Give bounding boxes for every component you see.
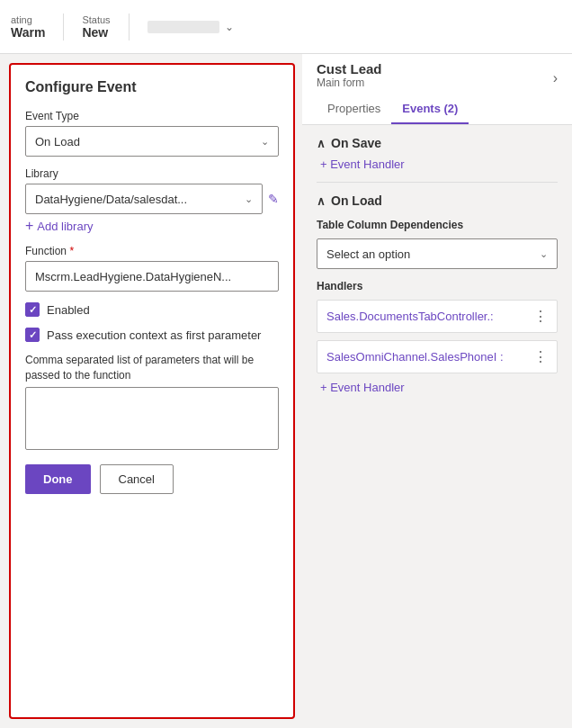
section-divider (317, 182, 558, 183)
library-row: DataHygiene/Data/salesdat... ⌄ ✎ (25, 184, 279, 214)
warm-value: Warm (11, 25, 45, 40)
handlers-label: Handlers (317, 280, 558, 292)
right-panel-title: Cust Lead (317, 61, 382, 76)
right-panel-header: Cust Lead Main form › Properties Events … (302, 54, 572, 125)
on-load-chevron-icon: ∧ (317, 194, 326, 208)
right-panel-subtitle: Main form (317, 76, 382, 89)
table-col-dependencies-label: Table Column Dependencies (317, 219, 558, 231)
top-bar-divider2 (129, 13, 130, 40)
table-col-select[interactable]: Select an option ⌄ (317, 238, 558, 269)
handler-2-name: SalesOmniChannel.SalesPhoneI : (326, 350, 504, 364)
chevron-down-icon[interactable]: ⌄ (225, 21, 234, 33)
handler-item-2[interactable]: SalesOmniChannel.SalesPhoneI : ⋮ (317, 340, 558, 373)
top-bar-divider (63, 13, 64, 40)
right-panel: Cust Lead Main form › Properties Events … (302, 54, 572, 728)
library-label: Library (25, 167, 279, 180)
top-bar: ating Warm Status New ⌄ (0, 0, 572, 54)
on-save-label: On Save (331, 136, 381, 150)
pass-context-checkbox-row[interactable]: ✓ Pass execution context as first parame… (25, 328, 279, 342)
done-button[interactable]: Done (25, 464, 91, 494)
add-load-handler-label: + Event Handler (320, 381, 405, 394)
tab-events[interactable]: Events (2) (391, 94, 469, 124)
enabled-checkbox[interactable]: ✓ (25, 302, 40, 317)
event-type-group: Event Type On Load ⌄ (25, 110, 279, 157)
right-panel-chevron-icon[interactable]: › (553, 70, 558, 86)
function-input[interactable]: Mscrm.LeadHygiene.DataHygieneN... (25, 261, 279, 292)
event-type-select[interactable]: On Load ⌄ (25, 126, 279, 157)
add-save-handler-label: + Event Handler (320, 157, 405, 171)
handler-2-menu-icon[interactable]: ⋮ (533, 348, 548, 365)
library-group: Library DataHygiene/Data/salesdat... ⌄ ✎… (25, 167, 279, 234)
select-option-arrow-icon: ⌄ (540, 248, 548, 260)
handler-1-name: Sales.DocumentsTabController.: (326, 310, 494, 323)
add-event-handler-save[interactable]: + Event Handler (317, 157, 558, 171)
add-library-link[interactable]: + Add library (25, 218, 279, 234)
name-placeholder (147, 21, 219, 33)
on-save-section-header: ∧ On Save (317, 136, 558, 150)
params-group: Comma separated list of parameters that … (25, 353, 279, 450)
library-value: DataHygiene/Data/salesdat... (35, 193, 187, 206)
params-textarea[interactable] (25, 387, 279, 450)
function-label: Function * (25, 245, 279, 257)
warm-status-item: ating Warm (11, 14, 45, 40)
select-option-text: Select an option (326, 247, 410, 261)
new-sublabel: Status (82, 14, 110, 25)
warm-sublabel: ating (11, 14, 32, 25)
main-content: Configure Event Event Type On Load ⌄ Lib… (0, 54, 572, 728)
event-type-label: Event Type (25, 110, 279, 122)
pass-context-checkmark-icon: ✓ (29, 329, 37, 341)
enabled-checkbox-row[interactable]: ✓ Enabled (25, 302, 279, 317)
library-select[interactable]: DataHygiene/Data/salesdat... ⌄ (25, 184, 263, 214)
handler-1-menu-icon[interactable]: ⋮ (533, 308, 548, 325)
add-library-plus-icon: + (25, 218, 33, 234)
function-value: Mscrm.LeadHygiene.DataHygieneN... (35, 270, 231, 283)
add-event-handler-load[interactable]: + Event Handler (317, 381, 558, 394)
add-library-label: Add library (37, 220, 93, 233)
on-load-label: On Load (331, 193, 382, 208)
new-value: New (82, 25, 108, 40)
event-type-value: On Load (35, 135, 80, 148)
params-label: Comma separated list of parameters that … (25, 353, 279, 383)
tab-properties[interactable]: Properties (317, 94, 391, 124)
on-save-chevron-icon: ∧ (317, 137, 326, 150)
cancel-button[interactable]: Cancel (100, 464, 174, 494)
function-group: Function * Mscrm.LeadHygiene.DataHygiene… (25, 245, 279, 292)
right-panel-body: ∧ On Save + Event Handler ∧ On Load Tabl… (302, 125, 572, 405)
checkmark-icon: ✓ (29, 304, 37, 316)
configure-event-title: Configure Event (25, 79, 279, 95)
enabled-label: Enabled (47, 303, 90, 317)
name-area: ⌄ (147, 21, 234, 33)
pass-context-label: Pass execution context as first paramete… (47, 328, 261, 342)
handler-item-1[interactable]: Sales.DocumentsTabController.: ⋮ (317, 300, 558, 333)
function-required: * (69, 245, 74, 257)
right-panel-tabs: Properties Events (2) (317, 94, 558, 124)
on-load-section-header: ∧ On Load (317, 193, 558, 208)
edit-library-icon[interactable]: ✎ (268, 192, 279, 206)
new-status-item: Status New (82, 14, 110, 40)
configure-event-panel: Configure Event Event Type On Load ⌄ Lib… (9, 63, 295, 719)
library-arrow-icon: ⌄ (245, 193, 253, 205)
button-row: Done Cancel (25, 464, 279, 494)
pass-context-checkbox[interactable]: ✓ (25, 328, 40, 342)
event-type-arrow-icon: ⌄ (261, 136, 269, 148)
